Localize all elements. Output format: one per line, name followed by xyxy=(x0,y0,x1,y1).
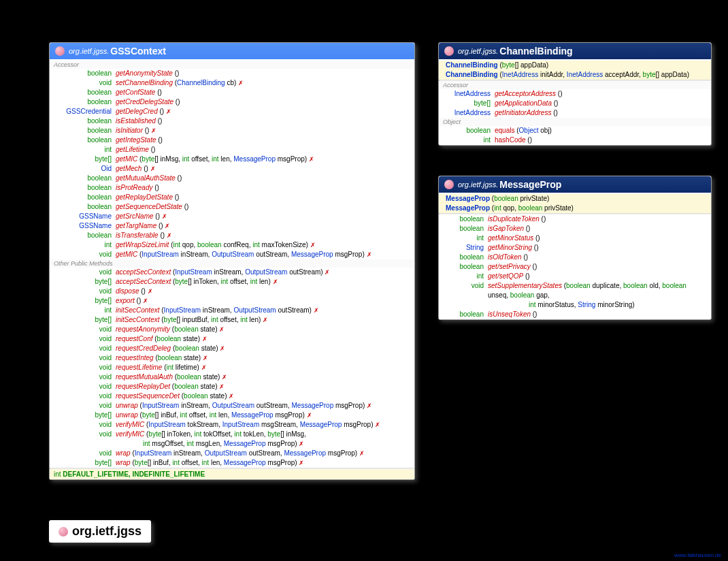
method-row: voidwrap (InputStream inStream, OutputSt… xyxy=(50,449,414,458)
method-sig: isDuplicateToken () xyxy=(488,214,707,224)
method-row: intinitSecContext (InputStream inStream,… xyxy=(50,306,414,315)
method-row: intgetMinorStatus () xyxy=(439,234,711,243)
method-row: voidsetChannelBinding (ChannelBinding cb… xyxy=(50,78,414,88)
return-type: void xyxy=(54,372,116,382)
method-row: OidgetMech () ✗ xyxy=(50,164,414,174)
method-sig: isProtReady () xyxy=(116,183,410,193)
return-type: int xyxy=(54,240,116,250)
return-type: void xyxy=(54,430,116,449)
method-sig: isTransferable () ✗ xyxy=(116,231,410,240)
return-type: void xyxy=(54,382,116,391)
return-type: void xyxy=(54,363,116,372)
class-title: ChannelBinding xyxy=(499,46,572,57)
package-icon xyxy=(59,527,68,536)
class-title: MessageProp xyxy=(499,179,561,190)
cb-header: org.ietf.jgss. ChannelBinding xyxy=(439,43,711,59)
method-row: GSSCredentialgetDelegCred () ✗ xyxy=(50,107,414,116)
return-type: void xyxy=(54,325,116,334)
return-type: Oid xyxy=(54,164,116,174)
method-sig: getCredDelegState () xyxy=(116,97,410,107)
mp-body: MessageProp (boolean privState)MessagePr… xyxy=(439,193,711,319)
method-sig: requestReplayDet (boolean state) ✗ xyxy=(116,382,410,391)
method-row: byte[]getMIC (byte[] inMsg, int offset, … xyxy=(50,155,414,164)
method-row: voidgetMIC (InputStream inStream, Output… xyxy=(50,250,414,259)
method-sig: getMIC (byte[] inMsg, int offset, int le… xyxy=(116,155,410,164)
return-type: int xyxy=(443,272,488,281)
mp-header: org.ietf.jgss. MessageProp xyxy=(439,176,711,193)
method-row: booleanisEstablished () xyxy=(50,116,414,126)
return-type: boolean xyxy=(54,174,116,183)
method-row: voidverifyMIC (byte[] inToken, int tokOf… xyxy=(50,430,414,449)
return-type: boolean xyxy=(54,69,116,78)
method-sig: requestInteg (boolean state) ✗ xyxy=(116,353,410,363)
method-sig: hashCode () xyxy=(495,135,707,145)
method-row: voidrequestReplayDet (boolean state) ✗ xyxy=(50,382,414,391)
method-sig: isEstablished () xyxy=(116,116,410,126)
method-sig: getMech () ✗ xyxy=(116,164,410,174)
method-row: booleangetSequenceDetState () xyxy=(50,202,414,212)
class-icon xyxy=(444,46,454,56)
return-type: void xyxy=(54,268,116,277)
section-object: Object xyxy=(439,118,711,126)
method-sig: setChannelBinding (ChannelBinding cb) ✗ xyxy=(116,78,410,88)
constructor-row: MessageProp (int qop, boolean privState) xyxy=(439,204,711,213)
return-type: boolean xyxy=(54,126,116,135)
return-type: void xyxy=(54,401,116,411)
method-row: booleanisOldToken () xyxy=(439,253,711,262)
return-type: void xyxy=(54,344,116,353)
method-sig: getMinorString () xyxy=(488,243,707,253)
method-sig: getWrapSizeLimit (int qop, boolean confR… xyxy=(116,240,410,250)
method-sig: isUnseqToken () xyxy=(488,310,707,319)
method-sig: getMinorStatus () xyxy=(488,234,707,243)
return-type: void xyxy=(443,281,488,310)
method-row: voidrequestCredDeleg (boolean state) ✗ xyxy=(50,344,414,353)
method-row: intgetLifetime () xyxy=(50,145,414,155)
method-sig: initSecContext (InputStream inStream, Ou… xyxy=(116,306,410,315)
method-sig: isGapToken () xyxy=(488,224,707,234)
method-row: intget/setQOP () xyxy=(439,272,711,281)
return-type: boolean xyxy=(443,262,488,272)
return-type: boolean xyxy=(54,97,116,107)
method-sig: getReplayDetState () xyxy=(116,193,410,202)
method-row: booleanisDuplicateToken () xyxy=(439,214,711,224)
section-accessor: Accessor xyxy=(439,81,711,89)
method-row: StringgetMinorString () xyxy=(439,243,711,253)
method-row: booleanisProtReady () xyxy=(50,183,414,193)
method-sig: getMutualAuthState () xyxy=(116,174,410,183)
constructor-row: ChannelBinding (byte[] appData) xyxy=(439,61,711,70)
return-type: byte[] xyxy=(54,458,116,468)
method-row: voidrequestMutualAuth (boolean state) ✗ xyxy=(50,372,414,382)
return-type: void xyxy=(54,353,116,363)
method-sig: initSecContext (byte[] inputBuf, int off… xyxy=(116,315,410,325)
attribution-link[interactable]: www.falkhausen.de xyxy=(674,552,721,558)
method-row: byte[]export () ✗ xyxy=(50,296,414,306)
channelbinding-card: org.ietf.jgss. ChannelBinding ChannelBin… xyxy=(438,42,712,146)
return-type: byte[] xyxy=(54,411,116,420)
return-type: void xyxy=(54,391,116,401)
return-type: boolean xyxy=(443,224,488,234)
method-sig: get/setPrivacy () xyxy=(488,262,707,272)
return-type: int xyxy=(443,234,488,243)
gsscontext-card: org.ietf.jgss. GSSContext Accessor boole… xyxy=(49,42,415,480)
package-name: org.ietf.jgss xyxy=(72,524,142,539)
method-sig: getMIC (InputStream inStream, OutputStre… xyxy=(116,250,410,259)
method-row: intgetWrapSizeLimit (int qop, boolean co… xyxy=(50,240,414,250)
method-row: voidverifyMIC (InputStream tokStream, In… xyxy=(50,420,414,430)
pkg-prefix: org.ietf.jgss. xyxy=(458,47,498,55)
method-row: byte[]acceptSecContext (byte[] inToken, … xyxy=(50,277,414,287)
method-row: voidrequestAnonymity (boolean state) ✗ xyxy=(50,325,414,334)
class-icon xyxy=(55,46,65,56)
return-type: boolean xyxy=(443,253,488,262)
method-sig: acceptSecContext (InputStream inStream, … xyxy=(116,268,410,277)
method-sig: getSrcName () ✗ xyxy=(116,212,410,221)
method-row: booleanisGapToken () xyxy=(439,224,711,234)
method-sig: getDelegCred () ✗ xyxy=(116,107,410,116)
method-row: byte[]wrap (byte[] inBuf, int offset, in… xyxy=(50,458,414,468)
return-type: void xyxy=(54,449,116,458)
method-row: booleangetIntegState () xyxy=(50,135,414,145)
method-row: booleanget/setPrivacy () xyxy=(439,262,711,272)
constructor-row: MessageProp (boolean privState) xyxy=(439,194,711,204)
return-type: int xyxy=(54,306,116,315)
return-type: GSSCredential xyxy=(54,107,116,116)
method-sig: equals (Object obj) xyxy=(495,126,707,135)
